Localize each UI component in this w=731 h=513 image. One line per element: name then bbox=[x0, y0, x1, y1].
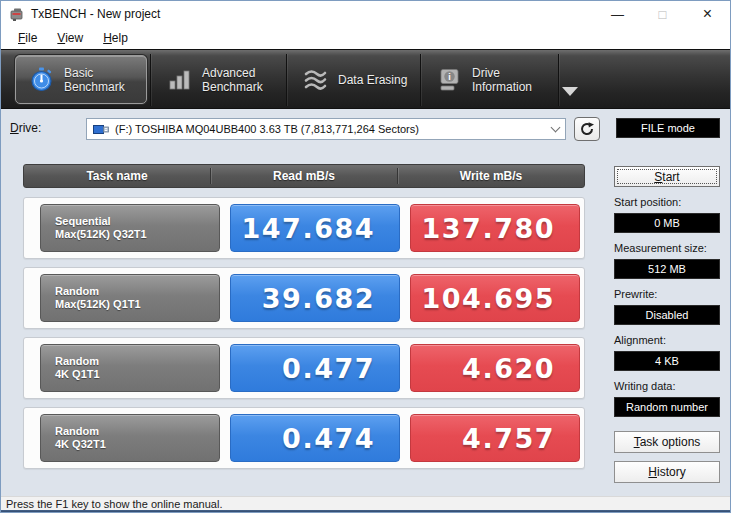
refresh-icon bbox=[579, 121, 595, 137]
status-text: Press the F1 key to show the online manu… bbox=[1, 498, 222, 510]
refresh-drives-button[interactable] bbox=[574, 117, 600, 141]
window-title: TxBENCH - New project bbox=[31, 7, 160, 21]
table-header: Task name Read mB/s Write mB/s bbox=[23, 164, 585, 188]
content-area: Drive: (F:) TOSHIBA MQ04UBB400 3.63 TB (… bbox=[1, 109, 730, 496]
drive-selected-value: (F:) TOSHIBA MQ04UBB400 3.63 TB (7,813,7… bbox=[115, 123, 546, 135]
col-write: Write mB/s bbox=[398, 169, 584, 183]
bar-chart-icon bbox=[166, 66, 193, 93]
close-button[interactable]: × bbox=[685, 1, 730, 27]
titlebar: TxBENCH - New project — □ × bbox=[1, 1, 730, 27]
task-button-random-4k-q32t1[interactable]: Random4K Q32T1 bbox=[40, 414, 220, 462]
measurement-size-label: Measurement size: bbox=[614, 242, 720, 256]
start-position-label: Start position: bbox=[614, 196, 720, 210]
minimize-button[interactable]: — bbox=[595, 1, 640, 27]
app-icon bbox=[10, 7, 25, 22]
toolbar-separator bbox=[558, 54, 559, 106]
toolbar-overflow-arrow[interactable] bbox=[562, 87, 578, 96]
table-row: RandomMax(512K) Q1T1 39.682 104.695 bbox=[23, 267, 585, 329]
tab-label: DriveInformation bbox=[472, 66, 532, 94]
alignment-label: Alignment: bbox=[614, 334, 720, 348]
tab-advanced-benchmark[interactable]: AdvancedBenchmark bbox=[154, 55, 284, 104]
measurement-size-value[interactable]: 512 MB bbox=[614, 259, 720, 279]
writing-data-value[interactable]: Random number bbox=[614, 397, 720, 417]
table-row: SequentialMax(512K) Q32T1 147.684 137.78… bbox=[23, 197, 585, 259]
tab-drive-information[interactable]: i DriveInformation bbox=[424, 55, 556, 104]
statusbar: Press the F1 key to show the online manu… bbox=[1, 496, 730, 510]
task-button-sequential-q32t1[interactable]: SequentialMax(512K) Q32T1 bbox=[40, 204, 220, 252]
settings-panel: Start Start position: 0 MB Measurement s… bbox=[614, 166, 720, 483]
tab-label: Data Erasing bbox=[338, 73, 407, 87]
history-button[interactable]: History bbox=[614, 461, 720, 483]
toolbar: BasicBenchmark AdvancedBenchmark Data Er… bbox=[1, 49, 730, 109]
write-value: 104.695 bbox=[410, 274, 580, 322]
start-position-value[interactable]: 0 MB bbox=[614, 213, 720, 233]
alignment-value[interactable]: 4 KB bbox=[614, 351, 720, 371]
task-options-button[interactable]: Task options bbox=[614, 431, 720, 453]
toolbar-separator bbox=[420, 54, 421, 106]
menu-view[interactable]: View bbox=[48, 29, 92, 47]
start-button[interactable]: Start bbox=[614, 166, 720, 187]
write-value: 4.757 bbox=[410, 414, 580, 462]
erase-waves-icon bbox=[302, 66, 329, 93]
tab-label: AdvancedBenchmark bbox=[202, 66, 263, 94]
prewrite-value[interactable]: Disabled bbox=[614, 305, 720, 325]
prewrite-label: Prewrite: bbox=[614, 288, 720, 302]
write-value: 137.780 bbox=[410, 204, 580, 252]
task-button-random-max-q1t1[interactable]: RandomMax(512K) Q1T1 bbox=[40, 274, 220, 322]
drive-row: Drive: (F:) TOSHIBA MQ04UBB400 3.63 TB (… bbox=[1, 116, 731, 142]
drive-label: Drive: bbox=[10, 121, 41, 135]
menubar: File View Help bbox=[1, 27, 730, 49]
stopwatch-icon bbox=[28, 66, 55, 93]
read-value: 147.684 bbox=[230, 204, 400, 252]
table-row: Random4K Q32T1 0.474 4.757 bbox=[23, 407, 585, 469]
table-row: Random4K Q1T1 0.477 4.620 bbox=[23, 337, 585, 399]
toolbar-separator bbox=[150, 54, 151, 106]
drive-info-icon: i bbox=[436, 66, 463, 93]
file-mode-button[interactable]: FILE mode bbox=[616, 118, 720, 138]
maximize-button[interactable]: □ bbox=[640, 1, 685, 27]
tab-data-erasing[interactable]: Data Erasing bbox=[290, 55, 418, 104]
read-value: 0.474 bbox=[230, 414, 400, 462]
svg-text:i: i bbox=[448, 72, 451, 82]
read-value: 39.682 bbox=[230, 274, 400, 322]
write-value: 4.620 bbox=[410, 344, 580, 392]
menu-help[interactable]: Help bbox=[94, 29, 137, 47]
app-window: TxBENCH - New project — □ × File View He… bbox=[0, 0, 731, 513]
tab-label: BasicBenchmark bbox=[64, 66, 125, 94]
menu-file[interactable]: File bbox=[9, 29, 46, 47]
col-task-name: Task name bbox=[24, 169, 210, 183]
writing-data-label: Writing data: bbox=[614, 380, 720, 394]
usb-drive-icon bbox=[93, 124, 109, 135]
tab-basic-benchmark[interactable]: BasicBenchmark bbox=[15, 55, 147, 104]
toolbar-separator bbox=[286, 54, 287, 106]
drive-select[interactable]: (F:) TOSHIBA MQ04UBB400 3.63 TB (7,813,7… bbox=[86, 118, 566, 140]
chevron-down-icon bbox=[551, 122, 561, 132]
task-button-random-4k-q1t1[interactable]: Random4K Q1T1 bbox=[40, 344, 220, 392]
col-read: Read mB/s bbox=[211, 169, 397, 183]
read-value: 0.477 bbox=[230, 344, 400, 392]
